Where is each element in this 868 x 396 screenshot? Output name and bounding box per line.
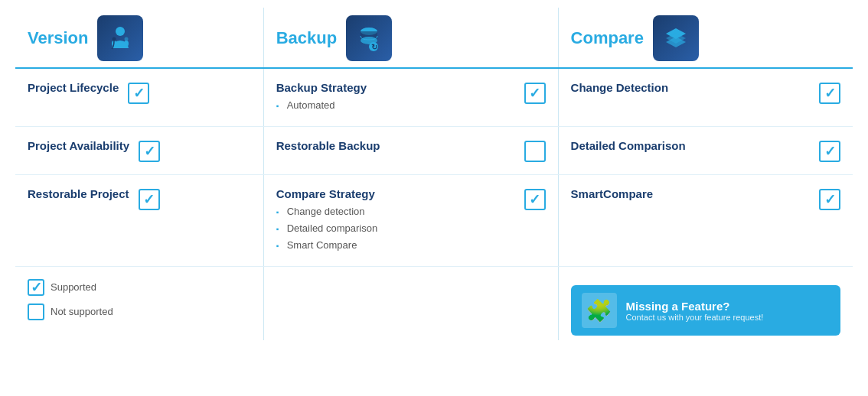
backup-feature-3: Compare Strategy Change detection Detail… xyxy=(263,175,558,267)
svg-point-3 xyxy=(113,37,116,41)
legend-backup-empty xyxy=(263,267,558,341)
legend-cell: Supported Not supported xyxy=(15,267,263,341)
backup-strategy-checkbox xyxy=(524,83,546,104)
compare-feature-3: SmartCompare xyxy=(558,175,853,267)
compare-strategy-checkbox xyxy=(524,189,546,210)
version-feature-2: Project Availability xyxy=(15,127,263,175)
version-icon-svg xyxy=(106,24,135,53)
legend-supported-icon xyxy=(28,279,44,296)
compare-feature-2: Detailed Comparison xyxy=(558,127,853,175)
backup-strategy-sublist: Automated xyxy=(276,97,367,114)
detailed-comparison-label: Detailed Comparison xyxy=(571,139,686,152)
missing-banner-subtitle: Contact us with your feature request! xyxy=(626,313,764,322)
version-feature-3: Restorable Project xyxy=(15,175,263,267)
version-icon xyxy=(97,15,143,61)
svg-text:↻: ↻ xyxy=(371,43,377,51)
feature-row-2: Project Availability Restorable Backup D… xyxy=(15,127,853,175)
backup-icon-svg: ↻ xyxy=(354,24,383,53)
backup-title: Backup xyxy=(276,28,337,48)
compare-icon-svg xyxy=(661,24,690,53)
legend-not-supported-icon xyxy=(28,303,44,320)
backup-feature-1: Backup Strategy Automated xyxy=(263,68,558,127)
compare-header: Compare xyxy=(558,8,853,68)
feature-row-3: Restorable Project Compare Strategy Chan… xyxy=(15,175,853,267)
svg-point-4 xyxy=(125,37,129,41)
backup-strategy-sub-1: Automated xyxy=(276,97,367,114)
legend-row: Supported Not supported 🧩 Missing a Feat… xyxy=(15,267,853,341)
version-header: Version xyxy=(15,8,263,68)
missing-banner-content: Missing a Feature? Contact us with your … xyxy=(626,300,764,322)
compare-icon xyxy=(653,15,699,61)
version-title: Version xyxy=(28,28,88,48)
version-feature-1: Project Lifecycle xyxy=(15,68,263,127)
compare-strategy-label: Compare Strategy xyxy=(276,187,378,200)
restorable-project-checkbox xyxy=(139,189,160,210)
legend-supported: Supported xyxy=(28,278,251,296)
restorable-backup-label: Restorable Backup xyxy=(276,139,380,152)
legend-not-supported: Not supported xyxy=(28,302,251,320)
svg-point-0 xyxy=(116,27,125,36)
project-availability-checkbox xyxy=(139,141,160,162)
missing-banner-title: Missing a Feature? xyxy=(626,300,764,313)
restorable-backup-checkbox xyxy=(524,141,546,162)
comparison-table: Version Backup xyxy=(15,8,853,340)
legend-compare-cell: 🧩 Missing a Feature? Contact us with you… xyxy=(558,267,853,341)
header-row: Version Backup xyxy=(15,8,853,68)
project-lifecycle-label: Project Lifecycle xyxy=(28,81,119,94)
smartcompare-label: SmartCompare xyxy=(571,187,654,200)
compare-strategy-sublist: Change detection Detailed comparison Sma… xyxy=(276,203,378,254)
compare-strategy-sub-3: Smart Compare xyxy=(276,237,378,254)
compare-strategy-sub-1: Change detection xyxy=(276,203,378,220)
missing-feature-banner[interactable]: 🧩 Missing a Feature? Contact us with you… xyxy=(571,285,840,336)
legend-not-supported-label: Not supported xyxy=(51,306,113,317)
compare-title: Compare xyxy=(571,28,644,48)
change-detection-checkbox xyxy=(819,83,840,104)
smartcompare-checkbox xyxy=(819,189,840,210)
change-detection-label: Change Detection xyxy=(571,81,669,94)
backup-icon: ↻ xyxy=(346,15,392,61)
compare-strategy-sub-2: Detailed comparison xyxy=(276,220,378,237)
feature-row-1: Project Lifecycle Backup Strategy Automa… xyxy=(15,68,853,127)
backup-strategy-label: Backup Strategy xyxy=(276,81,367,94)
backup-header: Backup ↻ xyxy=(263,8,558,68)
project-availability-label: Project Availability xyxy=(28,139,129,152)
compare-feature-1: Change Detection xyxy=(558,68,853,127)
legend-supported-label: Supported xyxy=(51,281,96,293)
project-lifecycle-checkbox xyxy=(128,83,149,104)
legend: Supported Not supported xyxy=(28,278,251,320)
restorable-project-label: Restorable Project xyxy=(28,187,129,200)
detailed-comparison-checkbox xyxy=(819,141,840,162)
puzzle-icon: 🧩 xyxy=(582,293,617,328)
backup-feature-2: Restorable Backup xyxy=(263,127,558,175)
